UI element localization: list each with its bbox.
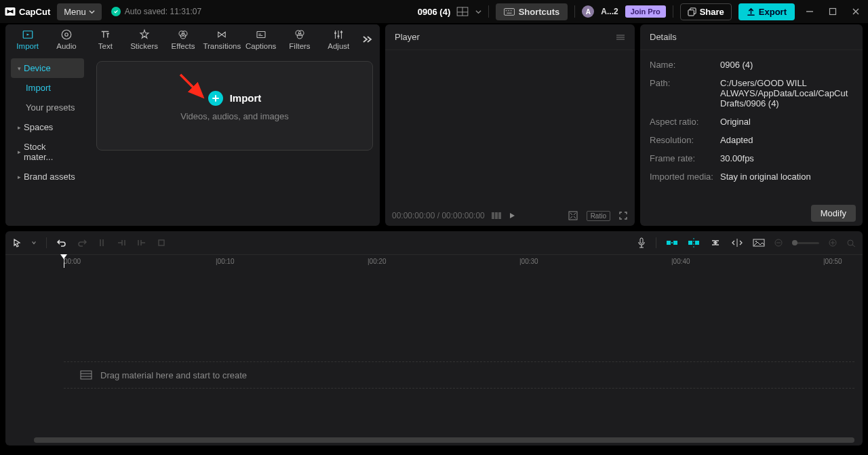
sidebar-item-label: Device — [24, 63, 51, 73]
timeline-panel: 00:00 |00:10 |00:20 |00:30 |00:40 |00:50… — [5, 231, 863, 446]
player-menu-button[interactable] — [616, 34, 625, 41]
sidebar-item-device[interactable]: Device — [11, 58, 84, 78]
join-pro-button[interactable]: Join Pro — [625, 5, 666, 18]
detail-value: 30.00fps — [720, 153, 853, 163]
titlebar-right: Shortcuts A A...2 Join Pro Share Export — [456, 3, 864, 20]
scrollbar-thumb[interactable] — [34, 437, 854, 443]
player-viewport[interactable] — [385, 50, 635, 205]
selection-dropdown[interactable] — [31, 240, 37, 245]
avatar[interactable]: A — [582, 5, 594, 18]
ruler-tick: |00:10 — [216, 258, 235, 265]
preview-axis-button[interactable] — [731, 239, 743, 247]
details-title: Details — [650, 32, 677, 42]
effects-icon — [177, 28, 189, 41]
autosave-text: Auto saved: 11:31:07 — [125, 7, 201, 16]
details-body: Name:0906 (4) Path:C:/Users/GOOD WILL AL… — [640, 50, 863, 226]
export-button[interactable]: Export — [738, 3, 795, 20]
media-area: Import Videos, audios, and images — [88, 54, 380, 226]
detail-value: Adapted — [720, 135, 853, 145]
detail-value: 0906 (4) — [720, 60, 853, 70]
menu-button[interactable]: Menu — [57, 3, 102, 20]
split-button[interactable] — [97, 238, 106, 248]
tab-text[interactable]: Text — [86, 24, 125, 54]
fullscreen-icon[interactable] — [618, 211, 628, 220]
delete-left-button[interactable] — [116, 238, 127, 248]
sidebar-item-stock[interactable]: Stock mater... — [11, 137, 84, 167]
svg-point-54 — [848, 240, 853, 245]
layout-icon[interactable] — [456, 7, 469, 16]
tab-label: Filters — [289, 42, 310, 50]
sidebar-sub-presets[interactable]: Your presets — [11, 98, 84, 117]
import-dropzone[interactable]: Import Videos, audios, and images — [96, 61, 373, 151]
tab-captions[interactable]: Captions — [241, 24, 280, 54]
zoom-fit-button[interactable] — [846, 239, 856, 247]
window-minimize[interactable] — [802, 7, 818, 16]
redo-button[interactable] — [77, 238, 87, 248]
ruler-tick: |00:20 — [368, 258, 387, 265]
sidebar-item-brand[interactable]: Brand assets — [11, 167, 84, 186]
detail-value: Original — [720, 117, 853, 127]
svg-rect-34 — [492, 212, 494, 219]
crop-button[interactable] — [157, 238, 166, 248]
shortcuts-button[interactable]: Shortcuts — [496, 3, 568, 20]
menu-icon — [616, 34, 625, 41]
tab-label: Transitions — [203, 42, 241, 50]
sidebar-sub-import[interactable]: Import — [11, 78, 84, 98]
quality-icon[interactable] — [492, 212, 501, 219]
modify-button[interactable]: Modify — [811, 205, 856, 222]
media-panel: Import Audio Text Stickers Effects Trans… — [5, 24, 380, 226]
timeline-scrollbar[interactable] — [34, 437, 854, 443]
import-subtitle: Videos, audios, and images — [180, 111, 288, 121]
expand-tabs-button[interactable] — [358, 31, 377, 47]
chevron-down-icon[interactable] — [475, 9, 481, 15]
ruler-tick: |00:40 — [671, 258, 690, 265]
zoom-slider[interactable] — [792, 242, 819, 244]
detail-key: Resolution: — [650, 135, 720, 145]
timeline-ruler[interactable]: 00:00 |00:10 |00:20 |00:30 |00:40 |00:50 — [5, 254, 863, 268]
cover-button[interactable] — [753, 239, 765, 247]
tab-label: Captions — [245, 42, 276, 50]
separator — [574, 5, 575, 18]
svg-line-55 — [852, 245, 855, 247]
magnet-main-button[interactable] — [666, 239, 678, 247]
svg-rect-45 — [695, 241, 699, 245]
window-maximize[interactable] — [825, 7, 841, 16]
separator — [673, 5, 673, 18]
detail-value: Stay in original location — [720, 172, 853, 182]
magnet-timeline-button[interactable] — [688, 238, 700, 248]
ratio-button[interactable]: Ratio — [587, 211, 610, 221]
tab-filters[interactable]: Filters — [280, 24, 319, 54]
svg-point-28 — [338, 35, 340, 37]
scale-icon[interactable] — [568, 210, 578, 221]
transitions-icon — [216, 28, 228, 41]
window-close[interactable] — [848, 7, 864, 16]
svg-rect-18 — [257, 32, 265, 38]
svg-rect-44 — [688, 241, 692, 245]
tab-import[interactable]: Import — [8, 24, 47, 54]
delete-right-button[interactable] — [136, 238, 147, 248]
ruler-tick: |00:30 — [519, 258, 538, 265]
share-label: Share — [700, 7, 724, 17]
tab-transitions[interactable]: Transitions — [203, 24, 241, 54]
sidebar-item-spaces[interactable]: Spaces — [11, 117, 84, 137]
detail-row-imported-media: Imported media:Stay in original location — [650, 167, 853, 186]
zoom-in-button[interactable] — [829, 239, 837, 247]
detail-key: Aspect ratio: — [650, 117, 720, 127]
undo-button[interactable] — [56, 238, 67, 248]
tab-label: Audio — [56, 42, 76, 50]
zoom-out-button[interactable] — [774, 239, 783, 247]
tab-effects[interactable]: Effects — [163, 24, 202, 54]
tab-adjust[interactable]: Adjust — [319, 24, 358, 54]
link-button[interactable] — [709, 239, 722, 246]
tab-stickers[interactable]: Stickers — [125, 24, 163, 54]
titlebar: CapCut Menu Auto saved: 11:31:07 0906 (4… — [0, 0, 868, 23]
record-audio-button[interactable] — [637, 237, 646, 248]
tab-label: Import — [16, 42, 39, 50]
tab-audio[interactable]: Audio — [47, 24, 85, 54]
timeline-tracks[interactable]: Drag material here and start to create — [5, 268, 863, 446]
detail-row-path: Path:C:/Users/GOOD WILL ALWAYS/AppData/L… — [650, 74, 853, 113]
selection-tool[interactable] — [12, 238, 22, 248]
share-button[interactable]: Share — [680, 3, 732, 20]
svg-rect-40 — [667, 241, 671, 245]
play-icon[interactable] — [508, 212, 516, 220]
